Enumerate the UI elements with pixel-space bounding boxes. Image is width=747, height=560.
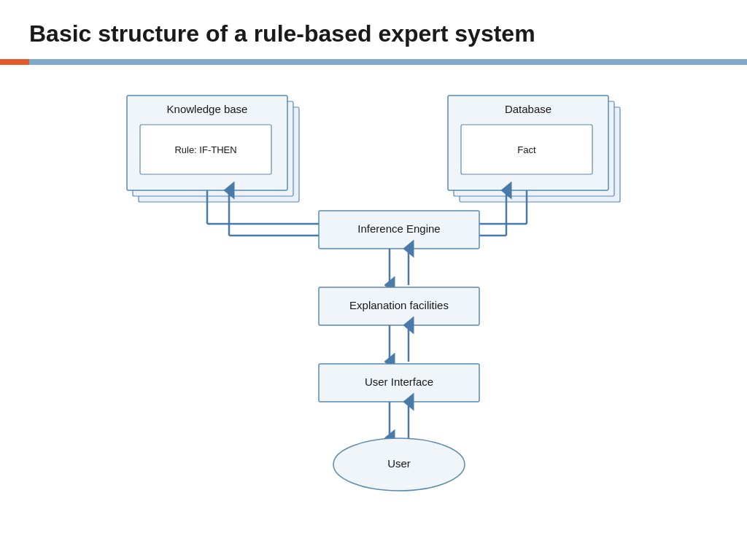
header: Basic structure of a rule-based expert s… [0,0,747,59]
user-label: User [387,457,411,470]
inference-engine-label: Inference Engine [357,222,440,235]
explanation-facilities-label: Explanation facilities [349,299,449,311]
database-inner: Fact [517,144,536,155]
diagram-area: Knowledge base Rule: IF-THEN Database Fa… [0,65,747,552]
knowledge-base-inner: Rule: IF-THEN [174,144,236,155]
blue-accent [29,59,747,65]
accent-bar [0,59,747,65]
page-title: Basic structure of a rule-based expert s… [29,20,718,47]
database-label: Database [505,103,551,115]
orange-accent [0,59,29,65]
knowledge-base-label: Knowledge base [167,103,248,115]
diagram-svg: Knowledge base Rule: IF-THEN Database Fa… [60,65,687,546]
user-interface-label: User Interface [365,376,433,388]
